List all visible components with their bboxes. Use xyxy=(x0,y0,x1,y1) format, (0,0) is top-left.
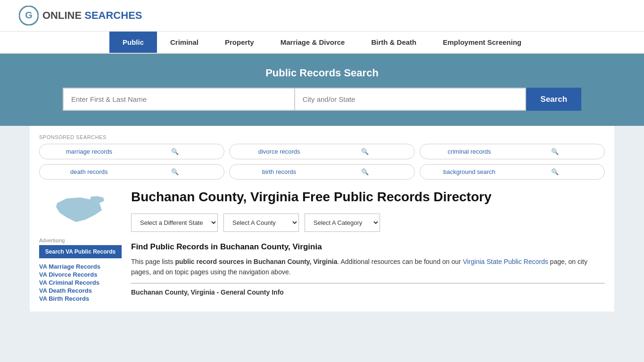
search-icon-2: 🔍 xyxy=(512,148,598,155)
sponsored-pill-death[interactable]: death records 🔍 xyxy=(39,164,224,180)
page-title: Buchanan County, Virginia Free Public Re… xyxy=(131,189,605,205)
find-desc: This page lists public record sources in… xyxy=(131,256,605,278)
main-content: Buchanan County, Virginia Free Public Re… xyxy=(131,189,605,302)
county-select[interactable]: Select A County xyxy=(223,214,299,232)
state-select[interactable]: Select a Different State xyxy=(131,214,218,232)
county-section: Buchanan County, Virginia - General Coun… xyxy=(131,283,605,296)
ad-button[interactable]: Search VA Public Records xyxy=(39,245,122,258)
county-section-title: Buchanan County, Virginia - General Coun… xyxy=(131,288,605,296)
search-icon-0: 🔍 xyxy=(132,148,218,155)
nav-public[interactable]: Public xyxy=(109,32,157,53)
virginia-map xyxy=(52,189,109,231)
logo[interactable]: G ONLINE SEARCHES xyxy=(19,6,142,25)
sponsored-pill-divorce[interactable]: divorce records 🔍 xyxy=(229,144,414,159)
sidebar-link-death[interactable]: VA Death Records xyxy=(39,287,122,294)
sponsored-pill-birth[interactable]: birth records 🔍 xyxy=(229,164,414,180)
nav-criminal[interactable]: Criminal xyxy=(157,32,212,53)
main-nav: Public Criminal Property Marriage & Divo… xyxy=(0,32,644,54)
dropdowns-row: Select a Different State Select A County… xyxy=(131,214,605,232)
sponsored-pill-background[interactable]: background search 🔍 xyxy=(420,164,605,180)
find-title: Find Public Records in Buchanan County, … xyxy=(131,242,605,252)
advertising-label: Advertising xyxy=(39,238,122,243)
search-icon-3: 🔍 xyxy=(132,168,218,175)
logo-icon: G xyxy=(19,6,39,25)
sidebar-link-birth[interactable]: VA Birth Records xyxy=(39,295,122,302)
search-icon-1: 🔍 xyxy=(322,148,408,155)
state-records-link[interactable]: Virginia State Public Records xyxy=(463,258,548,265)
nav-marriage-divorce[interactable]: Marriage & Divorce xyxy=(267,32,358,53)
logo-text: ONLINE SEARCHES xyxy=(42,9,142,22)
sidebar-link-marriage[interactable]: VA Marriage Records xyxy=(39,263,122,270)
sponsored-section: SPONSORED SEARCHES marriage records 🔍 di… xyxy=(39,134,605,302)
hero-title: Public Records Search xyxy=(19,67,625,79)
nav-employment[interactable]: Employment Screening xyxy=(429,32,535,53)
hero-section: Public Records Search Search xyxy=(0,54,644,126)
sidebar: Advertising Search VA Public Records VA … xyxy=(39,189,122,302)
sponsored-label: SPONSORED SEARCHES xyxy=(39,134,605,140)
sponsored-pill-criminal[interactable]: criminal records 🔍 xyxy=(420,144,605,159)
name-input[interactable] xyxy=(63,88,295,111)
search-icon-4: 🔍 xyxy=(322,168,408,175)
nav-property[interactable]: Property xyxy=(212,32,267,53)
hero-search-form: Search xyxy=(63,88,581,111)
state-image xyxy=(39,189,122,233)
nav-birth-death[interactable]: Birth & Death xyxy=(358,32,429,53)
sponsored-pill-marriage[interactable]: marriage records 🔍 xyxy=(39,144,224,159)
sidebar-links: VA Marriage Records VA Divorce Records V… xyxy=(39,263,122,302)
search-button[interactable]: Search xyxy=(526,88,581,111)
svg-text:G: G xyxy=(25,10,33,20)
location-input[interactable] xyxy=(295,88,527,111)
search-icon-5: 🔍 xyxy=(512,168,598,175)
sidebar-link-divorce[interactable]: VA Divorce Records xyxy=(39,271,122,278)
sponsored-grid: marriage records 🔍 divorce records 🔍 cri… xyxy=(39,144,605,180)
content-body: Advertising Search VA Public Records VA … xyxy=(39,189,605,302)
site-header: G ONLINE SEARCHES xyxy=(0,0,644,32)
category-select[interactable]: Select A Category xyxy=(305,214,380,232)
sidebar-link-criminal[interactable]: VA Criminal Records xyxy=(39,279,122,286)
